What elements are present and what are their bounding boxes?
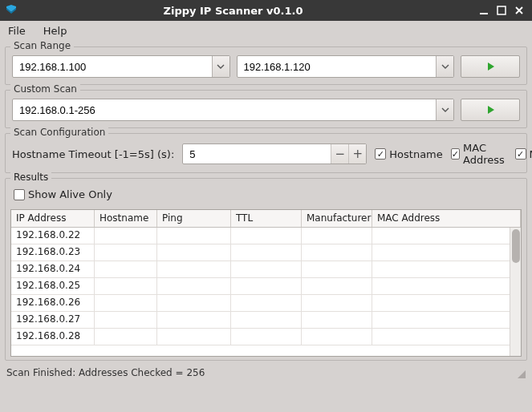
cell-manu <box>302 295 372 311</box>
spin-down-button[interactable]: − <box>331 144 348 164</box>
cell-manu <box>302 228 372 244</box>
cell-mac <box>372 278 521 294</box>
cell-mac <box>372 329 521 345</box>
close-button[interactable] <box>511 2 527 18</box>
cell-ip: 192.168.0.26 <box>11 295 95 311</box>
cell-manu <box>302 244 372 261</box>
timeout-label: Hostname Timeout [-1=5s] (s): <box>12 148 174 160</box>
custom-scan-input[interactable] <box>13 99 436 120</box>
table-row[interactable]: 192.168.0.25 <box>11 278 521 295</box>
custom-scan-legend: Custom Scan <box>10 83 80 95</box>
col-header-host[interactable]: Hostname <box>95 210 157 227</box>
hostname-checkbox[interactable]: Hostname <box>375 148 442 160</box>
cell-ttl <box>231 312 302 328</box>
scan-range-from-input[interactable] <box>13 56 212 77</box>
col-header-ttl[interactable]: TTL <box>231 210 302 227</box>
chevron-down-icon[interactable] <box>436 56 453 77</box>
table-row[interactable]: 192.168.0.23 <box>11 244 521 261</box>
cell-host <box>95 244 157 261</box>
table-row[interactable]: 192.168.0.27 <box>11 312 521 329</box>
scan-range-start-button[interactable] <box>461 55 520 78</box>
cell-mac <box>372 228 521 244</box>
scan-range-to-combo[interactable] <box>237 55 455 78</box>
table-row[interactable]: 192.168.0.26 <box>11 295 521 312</box>
checkbox-icon <box>375 148 386 160</box>
window-title: Zippy IP Scanner v0.1.0 <box>0 5 474 17</box>
cell-ttl <box>231 329 302 345</box>
cell-host <box>95 312 157 328</box>
cell-ttl <box>231 228 302 244</box>
scan-range-to-input[interactable] <box>238 56 437 77</box>
maximize-button[interactable] <box>493 2 510 18</box>
cell-ttl <box>231 295 302 311</box>
cell-manu <box>302 329 372 345</box>
resize-grip-icon[interactable] <box>514 367 526 378</box>
custom-scan-combo[interactable] <box>12 99 454 121</box>
status-bar: Scan Finished: Addresses Checked = 256 <box>0 364 532 382</box>
table-row[interactable]: 192.168.0.22 <box>11 228 521 244</box>
custom-scan-start-button[interactable] <box>461 99 520 121</box>
minimize-button[interactable] <box>476 2 492 18</box>
table-body[interactable]: 192.168.0.22192.168.0.23192.168.0.24192.… <box>11 228 521 357</box>
col-header-manu[interactable]: Manufacturer <box>302 210 372 227</box>
menu-help[interactable]: Help <box>40 23 71 38</box>
svg-rect-1 <box>497 6 506 14</box>
results-table[interactable]: IP Address Hostname Ping TTL Manufacture… <box>10 209 522 357</box>
cell-host <box>95 228 157 244</box>
cell-host <box>95 295 157 311</box>
timeout-spinbox[interactable]: − + <box>182 143 367 164</box>
col-header-ping[interactable]: Ping <box>157 210 231 227</box>
scan-config-group: Scan Configuration Hostname Timeout [-1=… <box>5 133 527 173</box>
checkbox-icon <box>451 148 460 160</box>
menu-file[interactable]: File <box>5 23 29 38</box>
scan-config-legend: Scan Configuration <box>10 127 108 138</box>
checkbox-icon <box>515 148 526 160</box>
menu-bar: File Help <box>0 21 532 40</box>
chevron-down-icon[interactable] <box>436 99 453 120</box>
cell-manu <box>302 261 372 277</box>
cell-ping <box>157 261 231 277</box>
scrollbar-vertical[interactable] <box>510 228 521 357</box>
table-row[interactable]: 192.168.0.28 <box>11 329 521 345</box>
cell-ping <box>157 244 231 261</box>
spin-up-button[interactable]: + <box>348 144 366 164</box>
cell-ping <box>157 295 231 311</box>
show-alive-checkbox[interactable]: Show Alive Only <box>14 188 112 200</box>
results-legend: Results <box>10 172 51 183</box>
scan-range-from-combo[interactable] <box>12 55 230 78</box>
scan-range-legend: Scan Range <box>10 40 74 51</box>
hostname-checkbox-label: Hostname <box>389 148 442 160</box>
cell-ping <box>157 329 231 345</box>
cell-ip: 192.168.0.27 <box>11 312 95 328</box>
col-header-ip[interactable]: IP Address <box>11 210 95 227</box>
cell-manu <box>302 278 372 294</box>
chevron-down-icon[interactable] <box>212 56 229 77</box>
cell-mac <box>372 295 521 311</box>
manufacturer-checkbox[interactable]: Manufacturer <box>515 148 532 160</box>
cell-mac <box>372 244 521 261</box>
col-header-mac[interactable]: MAC Address <box>372 210 521 227</box>
scrollbar-thumb[interactable] <box>512 229 520 263</box>
cell-ping <box>157 312 231 328</box>
cell-ttl <box>231 261 302 277</box>
cell-ip: 192.168.0.28 <box>11 329 95 345</box>
cell-ip: 192.168.0.22 <box>11 228 95 244</box>
cell-ping <box>157 228 231 244</box>
cell-manu <box>302 312 372 328</box>
mac-checkbox[interactable]: MAC Address <box>451 142 507 166</box>
scan-range-group: Scan Range <box>5 46 527 85</box>
cell-mac <box>372 261 521 277</box>
cell-ttl <box>231 244 302 261</box>
timeout-input[interactable] <box>183 144 331 164</box>
table-row[interactable]: 192.168.0.24 <box>11 261 521 278</box>
cell-ip: 192.168.0.23 <box>11 244 95 261</box>
cell-ip: 192.168.0.25 <box>11 278 95 294</box>
play-icon <box>485 105 495 115</box>
cell-ping <box>157 278 231 294</box>
cell-ip: 192.168.0.24 <box>11 261 95 277</box>
manufacturer-checkbox-label: Manufacturer <box>530 148 532 160</box>
svg-rect-0 <box>480 13 488 14</box>
cell-mac <box>372 312 521 328</box>
table-header: IP Address Hostname Ping TTL Manufacture… <box>11 210 521 228</box>
cell-host <box>95 261 157 277</box>
